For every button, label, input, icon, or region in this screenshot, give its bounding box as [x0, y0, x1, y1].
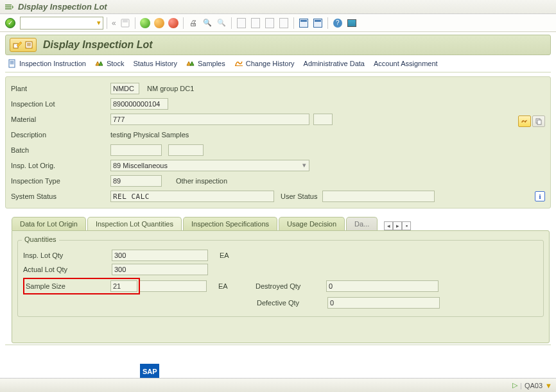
- batch-field-2[interactable]: [168, 144, 204, 156]
- destroyed-qty-label: Destroyed Qty: [256, 282, 326, 290]
- command-field[interactable]: [20, 17, 103, 30]
- samples-label: Samples: [198, 60, 225, 67]
- insp-lot-orig-label: Insp. Lot Orig.: [11, 162, 110, 169]
- copy-button[interactable]: [532, 115, 545, 127]
- actual-lot-qty-field[interactable]: 300: [112, 264, 208, 275]
- status-bar: ▷ | QA03 ▼: [0, 378, 556, 392]
- find-next-button[interactable]: [215, 17, 228, 30]
- tab-inspection-specifications[interactable]: Inspection Specifications: [183, 217, 277, 230]
- new-session-button[interactable]: [297, 17, 310, 30]
- svg-rect-9: [27, 46, 31, 46]
- link-button[interactable]: [518, 115, 531, 127]
- find-button[interactable]: [201, 17, 214, 30]
- material-field[interactable]: 777: [110, 114, 309, 125]
- account-assignment-button[interactable]: Account Assignment: [374, 60, 438, 67]
- inspection-type-field[interactable]: 89: [110, 175, 162, 187]
- exit-button[interactable]: [153, 17, 166, 30]
- change-history-label: Change History: [246, 60, 295, 67]
- description-value: testing Physical Samples: [110, 131, 189, 139]
- tab-body: Quantities Insp. Lot Qty 300 EA Actual L…: [12, 230, 550, 343]
- actual-lot-qty-label: Actual Lot Qty: [23, 266, 112, 273]
- save-button[interactable]: [119, 17, 132, 30]
- header-form: Plant NMDC NM group DC1 Inspection Lot 8…: [5, 76, 551, 209]
- standard-toolbar: ✓ « ?: [0, 14, 556, 32]
- sample-size-field-ext[interactable]: [140, 280, 207, 292]
- samples-button[interactable]: Samples: [186, 59, 225, 68]
- svg-rect-16: [537, 120, 541, 124]
- insp-lot-qty-label: Insp. Lot Qty: [23, 251, 112, 259]
- defective-qty-field[interactable]: 0: [327, 297, 440, 309]
- shortcut-button[interactable]: [311, 17, 324, 30]
- user-status-field[interactable]: [322, 191, 435, 202]
- back-button[interactable]: [139, 17, 152, 30]
- info-button[interactable]: i: [535, 191, 545, 201]
- description-label: Description: [11, 131, 110, 139]
- app-toolbar: Inspection Instruction Stock Status Hist…: [5, 55, 551, 72]
- menu-icon[interactable]: [4, 2, 14, 12]
- tcode-label: QA03: [525, 382, 543, 389]
- material-aux-field[interactable]: [313, 114, 333, 125]
- plant-desc: NM group DC1: [147, 85, 194, 92]
- tab-scroll-left[interactable]: ◂: [384, 221, 393, 230]
- window-title: Display Inspection Lot: [18, 2, 107, 12]
- plant-field[interactable]: NMDC: [110, 83, 139, 94]
- sap-logo: SAP: [140, 364, 172, 379]
- help-button[interactable]: ?: [331, 17, 344, 30]
- tab-list-button[interactable]: ▪: [402, 221, 411, 230]
- page-title: Display Inspection Lot: [43, 39, 153, 51]
- stock-button[interactable]: Stock: [95, 59, 125, 68]
- insp-lot-orig-dropdown[interactable]: 89 Miscellaneous: [110, 160, 309, 171]
- quantities-group: Quantities Insp. Lot Qty 300 EA Actual L…: [17, 240, 544, 317]
- batch-field[interactable]: [110, 144, 162, 156]
- svg-rect-11: [10, 61, 14, 62]
- material-label: Material: [11, 115, 110, 123]
- menu-bar: Display Inspection Lot: [0, 0, 556, 14]
- first-page-button[interactable]: [235, 17, 248, 30]
- system-status-field[interactable]: REL CALC: [110, 191, 274, 202]
- admin-data-button[interactable]: Administrative Data: [304, 60, 365, 67]
- last-page-button[interactable]: [277, 17, 290, 30]
- tab-overflow[interactable]: Da...: [346, 217, 378, 230]
- sample-size-field[interactable]: 21: [110, 280, 137, 292]
- quantities-title: Quantities: [22, 235, 59, 243]
- svg-rect-4: [123, 20, 128, 22]
- samples-icon: [186, 59, 195, 68]
- sample-size-unit: EA: [218, 282, 238, 290]
- status-history-button[interactable]: Status History: [133, 60, 177, 67]
- next-page-button[interactable]: [263, 17, 276, 30]
- change-history-button[interactable]: Change History: [234, 59, 295, 68]
- prev-page-button[interactable]: [249, 17, 262, 30]
- stock-label: Stock: [107, 60, 125, 67]
- inspection-instruction-button[interactable]: Inspection Instruction: [8, 59, 86, 68]
- inspection-lot-field[interactable]: 890000000104: [110, 98, 168, 110]
- stock-icon: [95, 59, 104, 68]
- user-status-label: User Status: [281, 192, 317, 200]
- change-history-icon: [234, 59, 243, 68]
- tab-data-for-lot-origin[interactable]: Data for Lot Origin: [12, 217, 86, 230]
- print-button[interactable]: [187, 17, 200, 30]
- inspection-type-label: Inspection Type: [11, 177, 110, 185]
- svg-rect-7: [27, 43, 31, 44]
- insp-lot-qty-field[interactable]: 300: [112, 250, 208, 261]
- inspection-type-desc: Other inspection: [176, 177, 227, 185]
- nav-back-icon: «: [112, 19, 116, 28]
- destroyed-qty-field[interactable]: 0: [326, 280, 439, 292]
- tab-scroll-right[interactable]: ▸: [393, 221, 402, 230]
- inspection-instruction-label: Inspection Instruction: [19, 60, 86, 67]
- display-change-icon[interactable]: [12, 40, 22, 50]
- tab-usage-decision[interactable]: Usage Decision: [279, 217, 345, 230]
- svg-rect-13: [10, 64, 14, 64]
- tab-nav: ◂ ▸ ▪: [384, 221, 411, 230]
- status-dropdown-icon[interactable]: ▼: [545, 382, 552, 389]
- batch-label: Batch: [11, 146, 110, 154]
- title-band: Display Inspection Lot: [5, 35, 551, 55]
- cancel-button[interactable]: [167, 17, 180, 30]
- svg-rect-0: [5, 4, 12, 6]
- tab-inspection-lot-quantities[interactable]: Inspection Lot Quantities: [87, 217, 182, 231]
- layout-button[interactable]: [345, 17, 358, 30]
- sample-size-label: Sample Size: [26, 282, 110, 290]
- svg-rect-1: [5, 6, 12, 8]
- other-lot-icon[interactable]: [24, 40, 34, 50]
- enter-button[interactable]: ✓: [4, 17, 17, 30]
- sample-size-highlight: Sample Size 21: [23, 278, 140, 294]
